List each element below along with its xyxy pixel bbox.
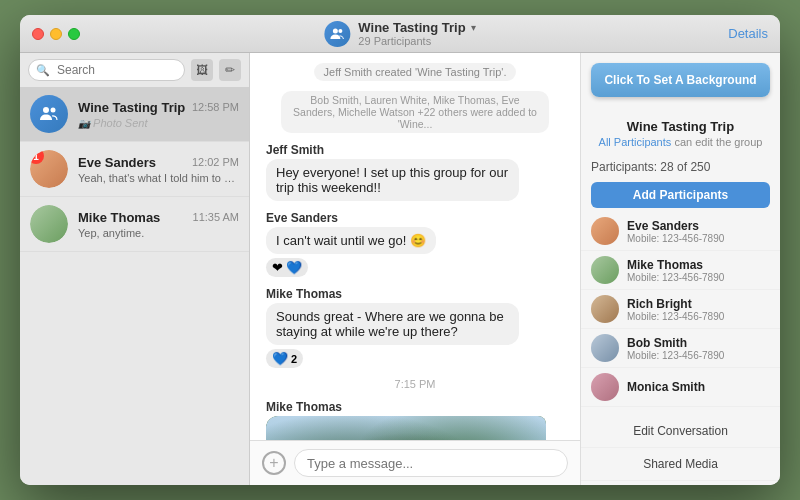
- participant-mobile-mike: Mobile: 123-456-7890: [627, 272, 724, 283]
- sidebar-avatar-eve: 1: [30, 150, 68, 188]
- details-edit-suffix: can edit the group: [674, 136, 762, 148]
- svg-point-0: [333, 28, 338, 33]
- participant-name-eve: Eve Sanders: [627, 219, 724, 233]
- msg-sender-jeff: Jeff Smith: [266, 143, 564, 157]
- chat-input-bar: +: [250, 440, 580, 485]
- msg-sender-mike: Mike Thomas: [266, 287, 564, 301]
- msg-sender-mike-img: Mike Thomas: [266, 400, 564, 414]
- chevron-down-icon: ▾: [471, 22, 476, 33]
- system-msg-2: Bob Smith, Lauren White, Mike Thomas, Ev…: [281, 91, 549, 133]
- search-input[interactable]: [28, 59, 185, 81]
- participant-info-bob: Bob Smith Mobile: 123-456-7890: [627, 336, 724, 361]
- group-avatar-title: [324, 21, 350, 47]
- msg-bubble-mike: Sounds great - Where are we gonna be sta…: [266, 303, 519, 345]
- add-participants-button[interactable]: Add Participants: [591, 182, 770, 208]
- sidebar-name-group: Wine Tasting Trip: [78, 100, 185, 115]
- sidebar: 🔍 🖼 ✏: [20, 53, 250, 485]
- participant-item-rich[interactable]: Rich Bright Mobile: 123-456-7890: [581, 290, 780, 329]
- minimize-button[interactable]: [50, 28, 62, 40]
- sidebar-name-eve: Eve Sanders: [78, 155, 156, 170]
- chat-messages: Jeff Smith created 'Wine Tasting Trip'. …: [250, 53, 580, 440]
- sidebar-time-mike: 11:35 AM: [193, 211, 239, 223]
- sidebar-preview-eve: Yeah, that's what I told him to do last …: [78, 172, 239, 184]
- app-window: Wine Tasting Trip ▾ 29 Participants Deta…: [20, 15, 780, 485]
- participant-item-monica[interactable]: Monica Smith: [581, 368, 780, 407]
- set-background-button[interactable]: Click To Set A Background: [591, 63, 770, 97]
- participant-item-bob[interactable]: Bob Smith Mobile: 123-456-7890: [581, 329, 780, 368]
- message-block-jeff: Jeff Smith Hey everyone! I set up this g…: [266, 143, 564, 201]
- sidebar-item-wine-tasting[interactable]: Wine Tasting Trip 12:58 PM 📷 Photo Sent: [20, 87, 249, 142]
- participant-avatar-rich: [591, 295, 619, 323]
- participant-avatar-eve: [591, 217, 619, 245]
- participant-info-monica: Monica Smith: [627, 380, 705, 394]
- svg-point-1: [338, 29, 342, 33]
- participant-avatar-bob: [591, 334, 619, 362]
- sidebar-info-mike: Mike Thomas 11:35 AM Yep, anytime.: [78, 210, 239, 239]
- participant-name-monica: Monica Smith: [627, 380, 705, 394]
- close-button[interactable]: [32, 28, 44, 40]
- main-content: 🔍 🖼 ✏: [20, 53, 780, 485]
- edit-conversation-action[interactable]: Edit Conversation: [581, 415, 780, 448]
- message-block-eve: Eve Sanders I can't wait until we go! 😊 …: [266, 211, 564, 277]
- svg-point-2: [43, 107, 49, 113]
- title-bar: Wine Tasting Trip ▾ 29 Participants Deta…: [20, 15, 780, 53]
- maximize-button[interactable]: [68, 28, 80, 40]
- window-title: Wine Tasting Trip: [358, 20, 465, 35]
- participants-header: Participants: 28 of 250: [581, 156, 780, 178]
- participant-avatar-monica: [591, 373, 619, 401]
- sidebar-item-mike[interactable]: Mike Thomas 11:35 AM Yep, anytime.: [20, 197, 249, 252]
- sidebar-search-row: 🔍 🖼 ✏: [20, 53, 249, 87]
- sidebar-item-eve[interactable]: 1 Eve Sanders 12:02 PM Yeah, that's what…: [20, 142, 249, 197]
- participant-info-mike: Mike Thomas Mobile: 123-456-7890: [627, 258, 724, 283]
- shared-media-action[interactable]: Shared Media: [581, 448, 780, 481]
- participant-name-bob: Bob Smith: [627, 336, 724, 350]
- sidebar-preview-mike: Yep, anytime.: [78, 227, 239, 239]
- details-button[interactable]: Details: [728, 26, 768, 41]
- photo-icon[interactable]: 🖼: [191, 59, 213, 81]
- sidebar-avatar-mike: [30, 205, 68, 243]
- message-block-mike: Mike Thomas Sounds great - Where are we …: [266, 287, 564, 368]
- sidebar-time-eve: 12:02 PM: [192, 156, 239, 168]
- msg-bubble-eve: I can't wait until we go! 😊: [266, 227, 436, 254]
- sidebar-name-mike: Mike Thomas: [78, 210, 160, 225]
- compose-icons: 🖼 ✏: [191, 59, 241, 81]
- participant-mobile-eve: Mobile: 123-456-7890: [627, 233, 724, 244]
- details-panel: Click To Set A Background Wine Tasting T…: [580, 53, 780, 485]
- svg-rect-4: [266, 416, 546, 440]
- participant-mobile-rich: Mobile: 123-456-7890: [627, 311, 724, 322]
- participant-name-mike: Mike Thomas: [627, 258, 724, 272]
- sidebar-avatar-group: [30, 95, 68, 133]
- message-input[interactable]: [294, 449, 568, 477]
- msg-sender-eve: Eve Sanders: [266, 211, 564, 225]
- timestamp-715: 7:15 PM: [395, 378, 436, 390]
- chat-area: Jeff Smith created 'Wine Tasting Trip'. …: [250, 53, 580, 485]
- details-edit-note: All Participants can edit the group: [581, 136, 780, 148]
- participant-mobile-bob: Mobile: 123-456-7890: [627, 350, 724, 361]
- traffic-lights: [32, 28, 80, 40]
- sidebar-preview-group: 📷 Photo Sent: [78, 117, 239, 129]
- vineyard-image-container: [266, 416, 564, 440]
- search-icon: 🔍: [36, 64, 50, 77]
- compose-icon[interactable]: ✏: [219, 59, 241, 81]
- window-subtitle: 29 Participants: [358, 35, 475, 47]
- details-group-name: Wine Tasting Trip: [581, 119, 780, 134]
- participant-info-rich: Rich Bright Mobile: 123-456-7890: [627, 297, 724, 322]
- participant-item-eve[interactable]: Eve Sanders Mobile: 123-456-7890: [581, 212, 780, 251]
- sidebar-info-group: Wine Tasting Trip 12:58 PM 📷 Photo Sent: [78, 100, 239, 129]
- msg-reaction-eve: ❤ 💙: [266, 258, 308, 277]
- participant-info-eve: Eve Sanders Mobile: 123-456-7890: [627, 219, 724, 244]
- add-attachment-button[interactable]: +: [262, 451, 286, 475]
- details-edit-prefix: All Participants: [599, 136, 672, 148]
- participant-name-rich: Rich Bright: [627, 297, 724, 311]
- mute-conversation-action[interactable]: Mute Conversation: [581, 481, 780, 485]
- msg-reaction-mike: 💙 2: [266, 349, 303, 368]
- system-msg-1: Jeff Smith created 'Wine Tasting Trip'.: [314, 63, 517, 81]
- title-center: Wine Tasting Trip ▾ 29 Participants: [324, 20, 475, 47]
- sidebar-info-eve: Eve Sanders 12:02 PM Yeah, that's what I…: [78, 155, 239, 184]
- sidebar-time-group: 12:58 PM: [192, 101, 239, 113]
- message-block-mike-img: Mike Thomas: [266, 400, 564, 440]
- participant-item-mike[interactable]: Mike Thomas Mobile: 123-456-7890: [581, 251, 780, 290]
- participant-avatar-mike: [591, 256, 619, 284]
- msg-bubble-jeff: Hey everyone! I set up this group for ou…: [266, 159, 519, 201]
- svg-point-3: [51, 108, 56, 113]
